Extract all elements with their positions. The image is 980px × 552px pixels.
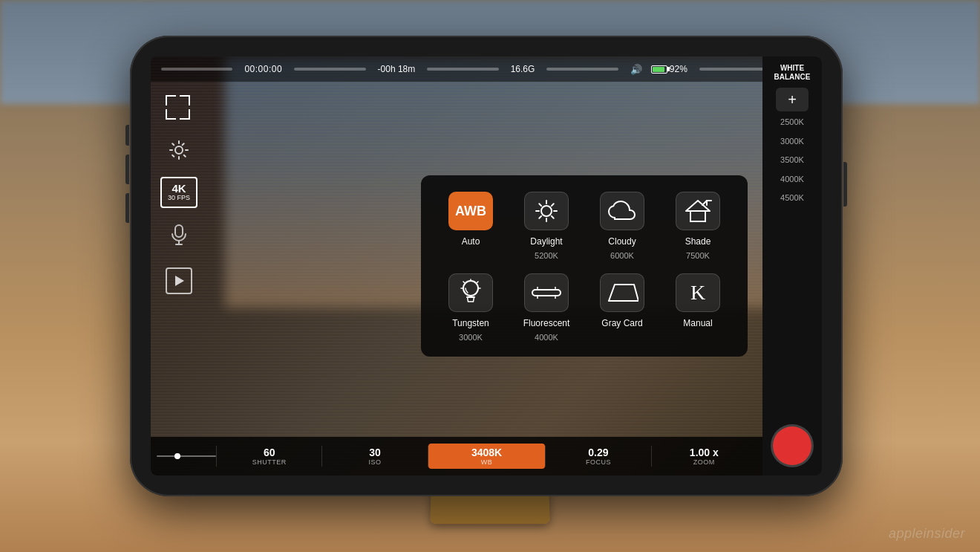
- wb-option-fluorescent[interactable]: Fluorescent 4000K: [512, 272, 581, 342]
- wb-temp-2500[interactable]: 2500K: [780, 114, 804, 131]
- fullscreen-button[interactable]: [164, 94, 194, 123]
- white-balance-panel: WHITEBALANCE + 2500K 3000K 3500K 4000K 4…: [762, 56, 822, 475]
- wb-cloudy-temp: 6000K: [610, 251, 634, 260]
- wb-icon-gray-card-wrap: [598, 272, 646, 314]
- wb-option-gray-card[interactable]: Gray Card: [587, 272, 657, 342]
- wb-plus-button[interactable]: +: [776, 88, 808, 111]
- cloud-icon: [607, 200, 637, 222]
- focus-label: FOCUS: [586, 458, 611, 466]
- progress-bar: [161, 68, 232, 71]
- audio-icon: 🔊: [630, 64, 642, 75]
- wb-icon-daylight-bg: [524, 192, 569, 230]
- wb-option-manual[interactable]: K Manual: [663, 272, 733, 342]
- remaining-time: -00h 18m: [378, 64, 416, 74]
- wb-icon-fluorescent-wrap: [523, 272, 570, 314]
- svg-point-0: [175, 146, 183, 154]
- svg-rect-14: [690, 211, 705, 221]
- wb-icon-fluorescent-bg: [524, 273, 569, 312]
- gear-icon: [168, 139, 190, 161]
- progress-bar-2: [294, 68, 365, 71]
- wb-option-daylight[interactable]: Daylight 5200K: [512, 190, 581, 260]
- wb-daylight-temp: 5200K: [535, 251, 558, 260]
- svg-point-4: [541, 206, 552, 216]
- slider-dot: [174, 453, 180, 459]
- wb-icon-cloudy-wrap: [598, 190, 646, 232]
- awb-label-text: AWB: [455, 204, 486, 219]
- battery-fill: [653, 67, 664, 72]
- svg-line-9: [539, 204, 541, 206]
- wb-temp-3500[interactable]: 3500K: [780, 152, 804, 169]
- wb-shade-label: Shade: [685, 236, 711, 247]
- camera-top-bar: 00:00:00 -00h 18m 16.6G 🔊 92% EV 09.4: [151, 56, 822, 82]
- wb-control[interactable]: 3408K WB: [428, 444, 545, 469]
- wb-icon-manual-bg: K: [676, 273, 720, 312]
- power-button[interactable]: [843, 162, 847, 207]
- progress-bar-3: [427, 68, 498, 71]
- wb-option-shade[interactable]: Shade 7500K: [663, 190, 733, 260]
- zoom-control[interactable]: 1.00 x ZOOM: [652, 447, 757, 466]
- wb-tungsten-temp: 3000K: [459, 333, 483, 342]
- wb-manual-label: Manual: [683, 318, 712, 328]
- shade-icon: [683, 198, 713, 224]
- exposure-slider[interactable]: [157, 445, 216, 467]
- battery-percent: 92%: [670, 64, 687, 74]
- iso-label: ISO: [369, 458, 382, 466]
- volume-up-button[interactable]: [125, 155, 129, 184]
- wb-value: 3408K: [471, 447, 502, 458]
- microphone-button[interactable]: [164, 220, 194, 250]
- wb-gray-card-label: Gray Card: [601, 318, 642, 328]
- storage-display: 16.6G: [511, 64, 535, 74]
- phone-screen: 00:00:00 -00h 18m 16.6G 🔊 92% EV 09.4: [151, 56, 822, 475]
- wb-icon-gray-card-bg: [600, 273, 644, 312]
- wb-icon-manual-wrap: K: [674, 272, 722, 314]
- focus-control[interactable]: 0.29 FOCUS: [546, 447, 650, 466]
- bottom-controls-bar: 60 SHUTTER 30 ISO 3408K WB 0.29 FOCUS: [151, 437, 762, 475]
- battery-bar: [651, 65, 667, 74]
- fluorescent-icon: [530, 282, 563, 304]
- settings-button[interactable]: [164, 135, 194, 165]
- shutter-control[interactable]: 60 SHUTTER: [217, 447, 321, 466]
- record-area: [762, 416, 822, 475]
- zoom-label: ZOOM: [693, 458, 715, 466]
- play-button[interactable]: [166, 267, 192, 294]
- svg-line-11: [552, 204, 554, 206]
- wb-fluorescent-temp: 4000K: [535, 333, 558, 342]
- volume-button[interactable]: [125, 125, 129, 146]
- resolution-badge[interactable]: 4K 30 FPS: [160, 177, 197, 208]
- record-button[interactable]: [773, 426, 811, 465]
- microphone-icon: [171, 224, 187, 246]
- wb-option-auto[interactable]: AWB Auto: [436, 190, 506, 260]
- wb-icon-tungsten-wrap: [447, 272, 494, 314]
- arrow-bl: [166, 109, 176, 120]
- wb-icon-daylight-wrap: [523, 190, 570, 232]
- wb-label: WB: [481, 458, 493, 466]
- volume-down-button[interactable]: [125, 193, 129, 223]
- wb-temp-3000[interactable]: 3000K: [780, 134, 804, 150]
- wb-fluorescent-label: Fluorescent: [523, 318, 570, 328]
- progress-bar-5: [699, 68, 771, 71]
- wb-option-tungsten[interactable]: Tungsten 3000K: [436, 272, 506, 342]
- shutter-label: SHUTTER: [252, 458, 287, 466]
- phone-body: 00:00:00 -00h 18m 16.6G 🔊 92% EV 09.4: [130, 36, 843, 496]
- svg-line-10: [552, 216, 554, 218]
- wb-tungsten-label: Tungsten: [452, 318, 489, 328]
- wb-icon-shade-bg: [676, 192, 720, 230]
- sun-icon: [533, 198, 560, 224]
- wb-icon-auto-bg: AWB: [448, 192, 493, 230]
- zoom-value: 1.00 x: [690, 447, 719, 458]
- slider-line: [157, 455, 216, 457]
- arrow-tl: [166, 95, 176, 105]
- wb-temp-4000[interactable]: 4000K: [780, 172, 804, 188]
- wb-temp-4500[interactable]: 4500K: [780, 190, 804, 207]
- timecode-display: 00:00:00: [244, 64, 282, 74]
- wb-icon-shade-wrap: [674, 190, 722, 232]
- wb-icon-cloudy-bg: [600, 192, 644, 230]
- wb-panel-title: WHITEBALANCE: [774, 64, 811, 82]
- iso-value: 30: [369, 447, 381, 458]
- svg-line-21: [477, 282, 479, 283]
- wb-option-cloudy[interactable]: Cloudy 6000K: [587, 190, 657, 260]
- svg-rect-1: [175, 225, 183, 237]
- iso-control[interactable]: 30 ISO: [322, 447, 427, 466]
- wb-icon-tungsten-bg: [448, 273, 493, 312]
- wb-cloudy-label: Cloudy: [608, 236, 636, 247]
